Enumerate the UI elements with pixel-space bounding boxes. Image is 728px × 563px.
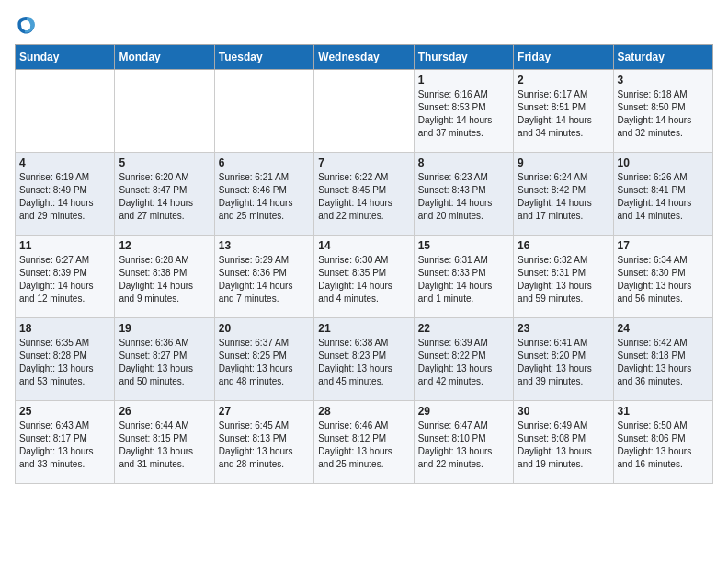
logo xyxy=(15,15,40,37)
day-number: 2 xyxy=(518,74,609,86)
calendar-cell: 13Sunrise: 6:29 AM Sunset: 8:36 PM Dayli… xyxy=(214,236,313,318)
calendar-cell: 3Sunrise: 6:18 AM Sunset: 8:50 PM Daylig… xyxy=(613,70,712,153)
cell-content: Sunrise: 6:26 AM Sunset: 8:41 PM Dayligh… xyxy=(618,171,709,223)
calendar-cell: 24Sunrise: 6:42 AM Sunset: 8:18 PM Dayli… xyxy=(613,318,712,401)
cell-content: Sunrise: 6:36 AM Sunset: 8:27 PM Dayligh… xyxy=(119,337,210,388)
calendar-week-row: 1Sunrise: 6:16 AM Sunset: 8:53 PM Daylig… xyxy=(16,70,713,153)
calendar-cell: 31Sunrise: 6:50 AM Sunset: 8:06 PM Dayli… xyxy=(613,401,712,484)
calendar-cell: 27Sunrise: 6:45 AM Sunset: 8:13 PM Dayli… xyxy=(214,401,313,484)
cell-content: Sunrise: 6:22 AM Sunset: 8:45 PM Dayligh… xyxy=(318,171,409,223)
cell-content: Sunrise: 6:49 AM Sunset: 8:08 PM Dayligh… xyxy=(518,419,609,471)
day-number: 24 xyxy=(618,322,709,335)
cell-content: Sunrise: 6:24 AM Sunset: 8:42 PM Dayligh… xyxy=(518,171,609,223)
calendar-cell: 20Sunrise: 6:37 AM Sunset: 8:25 PM Dayli… xyxy=(214,318,313,401)
cell-content: Sunrise: 6:46 AM Sunset: 8:12 PM Dayligh… xyxy=(318,419,409,471)
calendar-cell: 4Sunrise: 6:19 AM Sunset: 8:49 PM Daylig… xyxy=(16,153,115,236)
day-number: 28 xyxy=(318,405,409,418)
calendar-cell: 1Sunrise: 6:16 AM Sunset: 8:53 PM Daylig… xyxy=(414,70,513,153)
column-header-monday: Monday xyxy=(115,45,214,70)
calendar-cell: 22Sunrise: 6:39 AM Sunset: 8:22 PM Dayli… xyxy=(414,318,513,401)
day-number: 10 xyxy=(618,156,709,169)
calendar-cell: 25Sunrise: 6:43 AM Sunset: 8:17 PM Dayli… xyxy=(16,401,115,484)
day-number: 13 xyxy=(219,239,310,252)
calendar-cell: 16Sunrise: 6:32 AM Sunset: 8:31 PM Dayli… xyxy=(514,236,613,318)
calendar-cell xyxy=(314,70,414,153)
cell-content: Sunrise: 6:29 AM Sunset: 8:36 PM Dayligh… xyxy=(219,254,310,305)
calendar-cell: 2Sunrise: 6:17 AM Sunset: 8:51 PM Daylig… xyxy=(514,70,613,153)
calendar-cell: 15Sunrise: 6:31 AM Sunset: 8:33 PM Dayli… xyxy=(414,236,513,318)
day-number: 6 xyxy=(219,156,310,169)
day-number: 29 xyxy=(418,405,509,418)
cell-content: Sunrise: 6:18 AM Sunset: 8:50 PM Dayligh… xyxy=(618,88,709,140)
day-number: 9 xyxy=(518,156,609,169)
calendar-cell: 9Sunrise: 6:24 AM Sunset: 8:42 PM Daylig… xyxy=(514,153,613,236)
day-number: 15 xyxy=(418,239,509,252)
calendar-cell: 18Sunrise: 6:35 AM Sunset: 8:28 PM Dayli… xyxy=(16,318,115,401)
day-number: 31 xyxy=(618,405,709,418)
cell-content: Sunrise: 6:42 AM Sunset: 8:18 PM Dayligh… xyxy=(618,337,709,388)
calendar-week-row: 4Sunrise: 6:19 AM Sunset: 8:49 PM Daylig… xyxy=(16,153,713,236)
calendar-cell: 19Sunrise: 6:36 AM Sunset: 8:27 PM Dayli… xyxy=(115,318,214,401)
day-number: 19 xyxy=(119,322,210,335)
cell-content: Sunrise: 6:30 AM Sunset: 8:35 PM Dayligh… xyxy=(318,254,409,305)
day-number: 7 xyxy=(318,156,409,169)
cell-content: Sunrise: 6:28 AM Sunset: 8:38 PM Dayligh… xyxy=(119,254,210,305)
cell-content: Sunrise: 6:39 AM Sunset: 8:22 PM Dayligh… xyxy=(418,337,509,388)
cell-content: Sunrise: 6:47 AM Sunset: 8:10 PM Dayligh… xyxy=(418,419,509,471)
cell-content: Sunrise: 6:19 AM Sunset: 8:49 PM Dayligh… xyxy=(19,171,110,223)
cell-content: Sunrise: 6:31 AM Sunset: 8:33 PM Dayligh… xyxy=(418,254,509,305)
day-number: 27 xyxy=(219,405,310,418)
day-number: 3 xyxy=(618,74,709,86)
column-header-sunday: Sunday xyxy=(16,45,115,70)
cell-content: Sunrise: 6:38 AM Sunset: 8:23 PM Dayligh… xyxy=(318,337,409,388)
day-number: 20 xyxy=(219,322,310,335)
cell-content: Sunrise: 6:21 AM Sunset: 8:46 PM Dayligh… xyxy=(219,171,310,223)
column-header-tuesday: Tuesday xyxy=(214,45,313,70)
column-header-wednesday: Wednesday xyxy=(314,45,414,70)
calendar-cell: 21Sunrise: 6:38 AM Sunset: 8:23 PM Dayli… xyxy=(314,318,414,401)
calendar-week-row: 25Sunrise: 6:43 AM Sunset: 8:17 PM Dayli… xyxy=(16,401,713,484)
day-number: 1 xyxy=(418,74,509,86)
day-number: 22 xyxy=(418,322,509,335)
cell-content: Sunrise: 6:27 AM Sunset: 8:39 PM Dayligh… xyxy=(19,254,110,305)
cell-content: Sunrise: 6:23 AM Sunset: 8:43 PM Dayligh… xyxy=(418,171,509,223)
cell-content: Sunrise: 6:41 AM Sunset: 8:20 PM Dayligh… xyxy=(518,337,609,388)
cell-content: Sunrise: 6:44 AM Sunset: 8:15 PM Dayligh… xyxy=(119,419,210,471)
calendar-week-row: 11Sunrise: 6:27 AM Sunset: 8:39 PM Dayli… xyxy=(16,236,713,318)
calendar-cell: 10Sunrise: 6:26 AM Sunset: 8:41 PM Dayli… xyxy=(613,153,712,236)
column-header-friday: Friday xyxy=(514,45,613,70)
calendar-cell: 14Sunrise: 6:30 AM Sunset: 8:35 PM Dayli… xyxy=(314,236,414,318)
calendar-cell: 7Sunrise: 6:22 AM Sunset: 8:45 PM Daylig… xyxy=(314,153,414,236)
cell-content: Sunrise: 6:45 AM Sunset: 8:13 PM Dayligh… xyxy=(219,419,310,471)
calendar-header-row: SundayMondayTuesdayWednesdayThursdayFrid… xyxy=(16,45,713,70)
cell-content: Sunrise: 6:34 AM Sunset: 8:30 PM Dayligh… xyxy=(618,254,709,305)
calendar-cell: 29Sunrise: 6:47 AM Sunset: 8:10 PM Dayli… xyxy=(414,401,513,484)
calendar-cell: 8Sunrise: 6:23 AM Sunset: 8:43 PM Daylig… xyxy=(414,153,513,236)
calendar-cell: 26Sunrise: 6:44 AM Sunset: 8:15 PM Dayli… xyxy=(115,401,214,484)
calendar-cell: 17Sunrise: 6:34 AM Sunset: 8:30 PM Dayli… xyxy=(613,236,712,318)
cell-content: Sunrise: 6:43 AM Sunset: 8:17 PM Dayligh… xyxy=(19,419,110,471)
calendar-cell: 12Sunrise: 6:28 AM Sunset: 8:38 PM Dayli… xyxy=(115,236,214,318)
cell-content: Sunrise: 6:20 AM Sunset: 8:47 PM Dayligh… xyxy=(119,171,210,223)
calendar-week-row: 18Sunrise: 6:35 AM Sunset: 8:28 PM Dayli… xyxy=(16,318,713,401)
day-number: 5 xyxy=(119,156,210,169)
day-number: 18 xyxy=(19,322,110,335)
logo-icon xyxy=(15,15,37,37)
day-number: 14 xyxy=(318,239,409,252)
calendar-table: SundayMondayTuesdayWednesdayThursdayFrid… xyxy=(15,44,713,484)
calendar-cell: 11Sunrise: 6:27 AM Sunset: 8:39 PM Dayli… xyxy=(16,236,115,318)
day-number: 12 xyxy=(119,239,210,252)
day-number: 17 xyxy=(618,239,709,252)
cell-content: Sunrise: 6:35 AM Sunset: 8:28 PM Dayligh… xyxy=(19,337,110,388)
cell-content: Sunrise: 6:32 AM Sunset: 8:31 PM Dayligh… xyxy=(518,254,609,305)
calendar-cell: 6Sunrise: 6:21 AM Sunset: 8:46 PM Daylig… xyxy=(214,153,313,236)
cell-content: Sunrise: 6:50 AM Sunset: 8:06 PM Dayligh… xyxy=(618,419,709,471)
day-number: 25 xyxy=(19,405,110,418)
calendar-cell: 28Sunrise: 6:46 AM Sunset: 8:12 PM Dayli… xyxy=(314,401,414,484)
header xyxy=(15,15,713,37)
day-number: 30 xyxy=(518,405,609,418)
calendar-cell xyxy=(214,70,313,153)
cell-content: Sunrise: 6:37 AM Sunset: 8:25 PM Dayligh… xyxy=(219,337,310,388)
column-header-thursday: Thursday xyxy=(414,45,513,70)
day-number: 23 xyxy=(518,322,609,335)
